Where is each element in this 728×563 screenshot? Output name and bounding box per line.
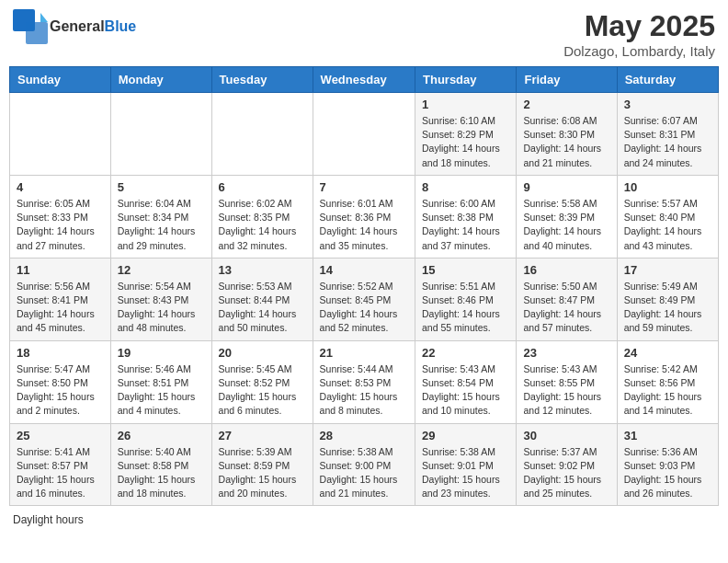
calendar-cell: 16Sunrise: 5:50 AM Sunset: 8:47 PM Dayli…: [517, 258, 617, 340]
day-info: Sunrise: 5:40 AM Sunset: 8:58 PM Dayligh…: [118, 445, 205, 501]
calendar-cell: 14Sunrise: 5:52 AM Sunset: 8:45 PM Dayli…: [313, 258, 415, 340]
calendar-weekday-thursday: Thursday: [415, 67, 517, 93]
day-info: Sunrise: 5:43 AM Sunset: 8:55 PM Dayligh…: [523, 362, 609, 419]
day-number: 2: [523, 98, 609, 111]
calendar-cell: [313, 93, 415, 176]
day-number: 16: [523, 263, 609, 277]
day-number: 21: [320, 346, 408, 360]
calendar-cell: 6Sunrise: 6:02 AM Sunset: 8:35 PM Daylig…: [211, 175, 313, 258]
legend-label: Daylight hours: [13, 513, 84, 526]
day-number: 15: [422, 263, 509, 277]
page-header: GeneralBlue May 2025 Dolzago, Lombardy, …: [9, 9, 719, 59]
day-number: 10: [624, 180, 711, 194]
day-info: Sunrise: 5:50 AM Sunset: 8:47 PM Dayligh…: [523, 280, 609, 336]
calendar-cell: 17Sunrise: 5:49 AM Sunset: 8:49 PM Dayli…: [617, 258, 718, 340]
day-number: 17: [624, 263, 711, 277]
calendar-week-4: 18Sunrise: 5:47 AM Sunset: 8:50 PM Dayli…: [10, 340, 719, 423]
calendar-cell: 2Sunrise: 6:08 AM Sunset: 8:30 PM Daylig…: [517, 93, 617, 176]
calendar-cell: 9Sunrise: 5:58 AM Sunset: 8:39 PM Daylig…: [517, 175, 617, 258]
day-info: Sunrise: 5:57 AM Sunset: 8:40 PM Dayligh…: [624, 197, 711, 253]
day-info: Sunrise: 5:42 AM Sunset: 8:56 PM Dayligh…: [624, 362, 711, 419]
calendar-cell: 22Sunrise: 5:43 AM Sunset: 8:54 PM Dayli…: [415, 340, 517, 423]
calendar-weekday-monday: Monday: [110, 67, 211, 93]
calendar-cell: 24Sunrise: 5:42 AM Sunset: 8:56 PM Dayli…: [617, 340, 718, 423]
day-info: Sunrise: 5:37 AM Sunset: 9:02 PM Dayligh…: [523, 445, 609, 501]
calendar-cell: 1Sunrise: 6:10 AM Sunset: 8:29 PM Daylig…: [415, 93, 517, 176]
calendar-cell: 19Sunrise: 5:46 AM Sunset: 8:51 PM Dayli…: [110, 340, 211, 423]
calendar-weekday-saturday: Saturday: [617, 67, 718, 93]
day-number: 14: [320, 263, 408, 277]
day-number: 26: [118, 429, 205, 442]
day-info: Sunrise: 5:36 AM Sunset: 9:03 PM Dayligh…: [624, 445, 711, 501]
calendar-cell: 5Sunrise: 6:04 AM Sunset: 8:34 PM Daylig…: [110, 175, 211, 258]
day-number: 6: [219, 180, 306, 194]
day-number: 27: [219, 429, 306, 442]
day-info: Sunrise: 5:39 AM Sunset: 8:59 PM Dayligh…: [219, 445, 306, 501]
day-number: 11: [17, 263, 104, 277]
day-info: Sunrise: 6:05 AM Sunset: 8:33 PM Dayligh…: [17, 197, 104, 253]
calendar-weekday-friday: Friday: [517, 67, 617, 93]
day-number: 19: [118, 346, 205, 360]
day-info: Sunrise: 5:58 AM Sunset: 8:39 PM Dayligh…: [523, 197, 609, 253]
calendar-cell: 10Sunrise: 5:57 AM Sunset: 8:40 PM Dayli…: [617, 175, 718, 258]
day-info: Sunrise: 6:01 AM Sunset: 8:36 PM Dayligh…: [320, 197, 408, 253]
day-info: Sunrise: 5:53 AM Sunset: 8:44 PM Dayligh…: [219, 280, 306, 336]
calendar-cell: 8Sunrise: 6:00 AM Sunset: 8:38 PM Daylig…: [415, 175, 517, 258]
calendar-cell: 7Sunrise: 6:01 AM Sunset: 8:36 PM Daylig…: [313, 175, 415, 258]
calendar-cell: 18Sunrise: 5:47 AM Sunset: 8:50 PM Dayli…: [10, 340, 111, 423]
title-block: May 2025 Dolzago, Lombardy, Italy: [563, 9, 715, 59]
day-info: Sunrise: 5:41 AM Sunset: 8:57 PM Dayligh…: [17, 445, 104, 501]
day-number: 24: [624, 346, 711, 360]
calendar-cell: 31Sunrise: 5:36 AM Sunset: 9:03 PM Dayli…: [617, 423, 718, 506]
day-info: Sunrise: 6:08 AM Sunset: 8:30 PM Dayligh…: [523, 114, 609, 170]
day-info: Sunrise: 5:54 AM Sunset: 8:43 PM Dayligh…: [118, 280, 205, 336]
day-info: Sunrise: 6:02 AM Sunset: 8:35 PM Dayligh…: [219, 197, 306, 253]
day-info: Sunrise: 6:00 AM Sunset: 8:38 PM Dayligh…: [422, 197, 509, 253]
calendar-cell: 11Sunrise: 5:56 AM Sunset: 8:41 PM Dayli…: [10, 258, 111, 340]
calendar-cell: 28Sunrise: 5:38 AM Sunset: 9:00 PM Dayli…: [313, 423, 415, 506]
day-number: 3: [624, 98, 711, 111]
calendar-week-5: 25Sunrise: 5:41 AM Sunset: 8:57 PM Dayli…: [10, 423, 719, 506]
day-info: Sunrise: 5:49 AM Sunset: 8:49 PM Dayligh…: [624, 280, 711, 336]
day-number: 20: [219, 346, 306, 360]
calendar-cell: 13Sunrise: 5:53 AM Sunset: 8:44 PM Dayli…: [211, 258, 313, 340]
day-number: 25: [17, 429, 104, 442]
day-number: 22: [422, 346, 509, 360]
calendar-cell: 21Sunrise: 5:44 AM Sunset: 8:53 PM Dayli…: [313, 340, 415, 423]
calendar-cell: 27Sunrise: 5:39 AM Sunset: 8:59 PM Dayli…: [211, 423, 313, 506]
day-info: Sunrise: 5:47 AM Sunset: 8:50 PM Dayligh…: [17, 362, 104, 419]
day-info: Sunrise: 5:38 AM Sunset: 9:01 PM Dayligh…: [422, 445, 509, 501]
day-number: 7: [320, 180, 408, 194]
calendar-week-1: 1Sunrise: 6:10 AM Sunset: 8:29 PM Daylig…: [10, 93, 719, 176]
day-number: 31: [624, 429, 711, 442]
calendar-cell: 15Sunrise: 5:51 AM Sunset: 8:46 PM Dayli…: [415, 258, 517, 340]
calendar-week-2: 4Sunrise: 6:05 AM Sunset: 8:33 PM Daylig…: [10, 175, 719, 258]
day-number: 18: [17, 346, 104, 360]
day-info: Sunrise: 5:44 AM Sunset: 8:53 PM Dayligh…: [320, 362, 408, 419]
day-number: 23: [523, 346, 609, 360]
calendar-cell: 30Sunrise: 5:37 AM Sunset: 9:02 PM Dayli…: [517, 423, 617, 506]
day-number: 12: [118, 263, 205, 277]
day-info: Sunrise: 5:52 AM Sunset: 8:45 PM Dayligh…: [320, 280, 408, 336]
day-number: 1: [422, 98, 509, 111]
logo-general: General: [50, 18, 105, 34]
day-number: 8: [422, 180, 509, 194]
day-info: Sunrise: 5:38 AM Sunset: 9:00 PM Dayligh…: [320, 445, 408, 501]
calendar-cell: 23Sunrise: 5:43 AM Sunset: 8:55 PM Dayli…: [517, 340, 617, 423]
day-info: Sunrise: 6:04 AM Sunset: 8:34 PM Dayligh…: [118, 197, 205, 253]
day-info: Sunrise: 5:56 AM Sunset: 8:41 PM Dayligh…: [17, 280, 104, 336]
calendar-cell: [10, 93, 111, 176]
logo-blue: Blue: [105, 18, 137, 34]
calendar-cell: [211, 93, 313, 176]
day-number: 30: [523, 429, 609, 442]
logo: GeneralBlue: [13, 9, 136, 44]
calendar-cell: 3Sunrise: 6:07 AM Sunset: 8:31 PM Daylig…: [617, 93, 718, 176]
calendar-weekday-wednesday: Wednesday: [313, 67, 415, 93]
day-info: Sunrise: 5:51 AM Sunset: 8:46 PM Dayligh…: [422, 280, 509, 336]
calendar-cell: 29Sunrise: 5:38 AM Sunset: 9:01 PM Dayli…: [415, 423, 517, 506]
main-title: May 2025: [563, 9, 715, 43]
day-number: 9: [523, 180, 609, 194]
day-info: Sunrise: 5:46 AM Sunset: 8:51 PM Dayligh…: [118, 362, 205, 419]
calendar-week-3: 11Sunrise: 5:56 AM Sunset: 8:41 PM Dayli…: [10, 258, 719, 340]
day-info: Sunrise: 5:45 AM Sunset: 8:52 PM Dayligh…: [219, 362, 306, 419]
